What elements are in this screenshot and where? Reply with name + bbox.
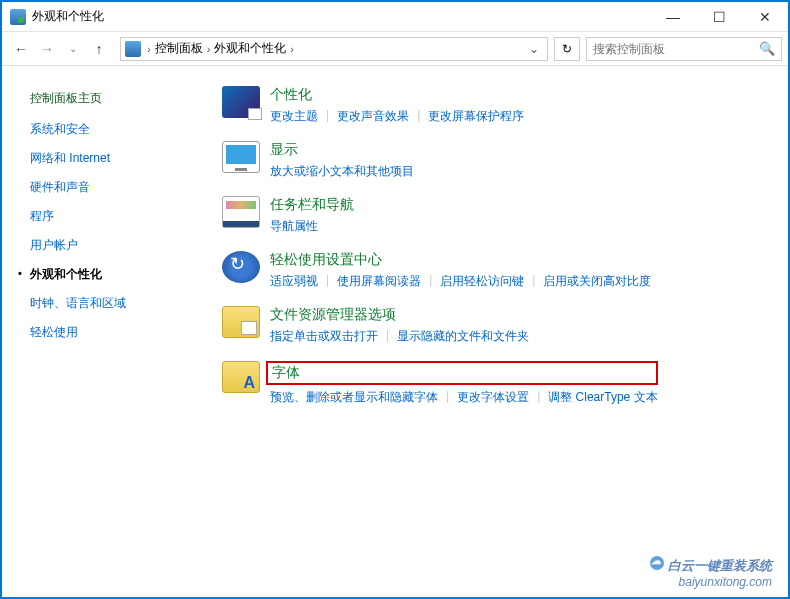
sidebar-item[interactable]: 时钟、语言和区域 [30, 295, 190, 312]
category-link[interactable]: 启用或关闭高对比度 [543, 273, 651, 290]
address-dropdown[interactable]: ⌄ [525, 42, 543, 56]
link-separator: | [429, 273, 432, 290]
category-link[interactable]: 更改字体设置 [457, 389, 529, 406]
breadcrumb-sep: › [207, 43, 211, 55]
cloud-icon [650, 556, 664, 570]
nav-arrows: ← → ⌄ ↑ [8, 36, 112, 62]
up-button[interactable]: ↑ [86, 36, 112, 62]
category: 字体预览、删除或者显示和隐藏字体|更改字体设置|调整 ClearType 文本 [222, 361, 776, 406]
sidebar-item[interactable]: 外观和个性化 [30, 266, 190, 283]
category-link[interactable]: 导航属性 [270, 218, 318, 235]
refresh-button[interactable]: ↻ [554, 37, 580, 61]
link-separator: | [446, 389, 449, 406]
category: 显示放大或缩小文本和其他项目 [222, 141, 776, 180]
category-link[interactable]: 指定单击或双击打开 [270, 328, 378, 345]
link-separator: | [532, 273, 535, 290]
breadcrumb-icon [125, 41, 141, 57]
breadcrumb[interactable]: › 控制面板 › 外观和个性化 › ⌄ [120, 37, 548, 61]
category: 轻松使用设置中心适应弱视|使用屏幕阅读器|启用轻松访问键|启用或关闭高对比度 [222, 251, 776, 290]
category-title[interactable]: 个性化 [270, 86, 524, 104]
ease-icon[interactable] [222, 251, 260, 283]
category-link[interactable]: 放大或缩小文本和其他项目 [270, 163, 414, 180]
sidebar-title[interactable]: 控制面板主页 [30, 90, 190, 107]
category: 任务栏和导航导航属性 [222, 196, 776, 235]
category-title[interactable]: 字体 [266, 361, 658, 385]
breadcrumb-item-1[interactable]: 外观和个性化 [214, 40, 286, 57]
category-link[interactable]: 适应弱视 [270, 273, 318, 290]
window-controls: — ☐ ✕ [650, 2, 788, 32]
category-title[interactable]: 轻松使用设置中心 [270, 251, 651, 269]
search-icon: 🔍 [759, 41, 775, 56]
control-panel-icon [10, 9, 26, 25]
category-link[interactable]: 显示隐藏的文件和文件夹 [397, 328, 529, 345]
body: 控制面板主页 系统和安全网络和 Internet硬件和声音程序用户帐户外观和个性… [2, 66, 788, 597]
category-link[interactable]: 更改屏幕保护程序 [428, 108, 524, 125]
sidebar-item[interactable]: 系统和安全 [30, 121, 190, 138]
history-dropdown[interactable]: ⌄ [60, 36, 86, 62]
titlebar: 外观和个性化 — ☐ ✕ [2, 2, 788, 32]
explorer-icon[interactable] [222, 306, 260, 338]
link-separator: | [386, 328, 389, 345]
link-separator: | [537, 389, 540, 406]
category-title[interactable]: 任务栏和导航 [270, 196, 354, 214]
link-separator: | [326, 108, 329, 125]
category-title[interactable]: 显示 [270, 141, 414, 159]
category-link[interactable]: 调整 ClearType 文本 [548, 389, 657, 406]
maximize-button[interactable]: ☐ [696, 2, 742, 32]
breadcrumb-sep: › [147, 43, 151, 55]
sidebar-item[interactable]: 轻松使用 [30, 324, 190, 341]
sidebar-item[interactable]: 程序 [30, 208, 190, 225]
sidebar-item[interactable]: 网络和 Internet [30, 150, 190, 167]
watermark: 白云一键重装系统 baiyunxitong.com [650, 556, 772, 589]
sidebar-item[interactable]: 硬件和声音 [30, 179, 190, 196]
category-link[interactable]: 更改主题 [270, 108, 318, 125]
category-title[interactable]: 文件资源管理器选项 [270, 306, 529, 324]
personalization-icon[interactable] [222, 86, 260, 118]
category: 个性化更改主题|更改声音效果|更改屏幕保护程序 [222, 86, 776, 125]
content: 个性化更改主题|更改声音效果|更改屏幕保护程序显示放大或缩小文本和其他项目任务栏… [202, 66, 788, 597]
minimize-button[interactable]: — [650, 2, 696, 32]
search-box[interactable]: 🔍 [586, 37, 782, 61]
watermark-line1: 白云一键重装系统 [668, 558, 772, 573]
category-link[interactable]: 预览、删除或者显示和隐藏字体 [270, 389, 438, 406]
forward-button[interactable]: → [34, 36, 60, 62]
taskbar-icon[interactable] [222, 196, 260, 228]
search-input[interactable] [593, 42, 759, 56]
window-title: 外观和个性化 [32, 8, 650, 25]
link-separator: | [326, 273, 329, 290]
breadcrumb-sep: › [290, 43, 294, 55]
sidebar-item[interactable]: 用户帐户 [30, 237, 190, 254]
watermark-line2: baiyunxitong.com [650, 575, 772, 589]
back-button[interactable]: ← [8, 36, 34, 62]
category-link[interactable]: 更改声音效果 [337, 108, 409, 125]
category-link[interactable]: 启用轻松访问键 [440, 273, 524, 290]
fonts-icon[interactable] [222, 361, 260, 393]
breadcrumb-item-0[interactable]: 控制面板 [155, 40, 203, 57]
navbar: ← → ⌄ ↑ › 控制面板 › 外观和个性化 › ⌄ ↻ 🔍 [2, 32, 788, 66]
close-button[interactable]: ✕ [742, 2, 788, 32]
category: 文件资源管理器选项指定单击或双击打开|显示隐藏的文件和文件夹 [222, 306, 776, 345]
sidebar: 控制面板主页 系统和安全网络和 Internet硬件和声音程序用户帐户外观和个性… [2, 66, 202, 597]
display-icon[interactable] [222, 141, 260, 173]
link-separator: | [417, 108, 420, 125]
category-link[interactable]: 使用屏幕阅读器 [337, 273, 421, 290]
